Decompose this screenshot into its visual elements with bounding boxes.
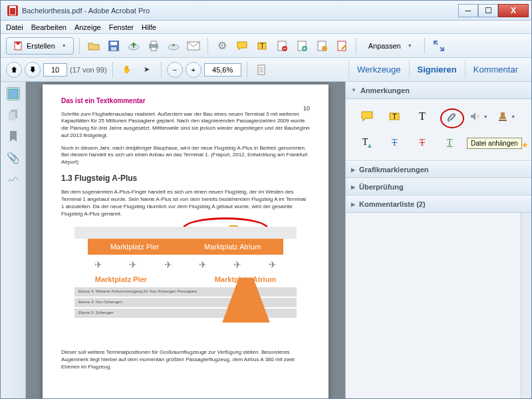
note-icon (361, 111, 373, 122)
stamp-button[interactable] (293, 37, 311, 55)
svg-text:T: T (260, 42, 265, 50)
hand-tool-button[interactable]: ✋ (118, 61, 136, 78)
pages-button[interactable] (7, 108, 20, 122)
folder-icon (88, 41, 100, 51)
fullscreen-button[interactable] (430, 37, 448, 55)
svg-rect-6 (151, 41, 156, 45)
svg-rect-26 (499, 120, 507, 121)
menu-window[interactable]: Fenster (109, 23, 134, 31)
annotations-header[interactable]: Anmerkungen (346, 82, 531, 99)
menubar: Datei Bearbeiten Anzeige Fenster Hilfe (1, 21, 531, 34)
highlight-button[interactable]: T (253, 37, 271, 55)
signatures-button[interactable] (7, 172, 20, 186)
airport-diagram: Marktplatz PierMarktplatz Atrium ✈✈✈✈✈✈ … (61, 227, 310, 340)
maximize-button[interactable]: ☐ (478, 4, 498, 17)
audio-tool[interactable] (469, 108, 488, 124)
scrollbar[interactable] (521, 213, 531, 399)
underline-tool[interactable]: T (440, 135, 459, 151)
insert-text-tool[interactable]: T▴ (358, 135, 376, 151)
page-tools-button[interactable] (313, 37, 331, 55)
page-thumb-icon (9, 89, 18, 98)
comments-panel: Anmerkungen T T T▴ T T T Datei anhängen … (345, 82, 531, 399)
scroll-icon (257, 65, 266, 75)
annotation-tools: T T T▴ T T T Datei anhängen ★ (346, 99, 531, 161)
favorite-star-icon[interactable]: ★ (521, 140, 529, 150)
separator (161, 62, 162, 78)
audio-icon (470, 112, 481, 121)
page-tool-icon (317, 41, 327, 51)
select-tool-button[interactable]: ➤ (138, 61, 156, 78)
tab-tools[interactable]: Werkzeuge (348, 61, 409, 78)
zoom-out-button[interactable]: − (167, 62, 183, 78)
close-button[interactable]: X (498, 4, 529, 17)
window-controls: ─ ☐ X (458, 4, 529, 17)
svg-rect-23 (9, 112, 15, 120)
section-label: Grafikmarkierungen (359, 166, 429, 174)
bookmarks-button[interactable] (7, 130, 20, 143)
edit-pdf-button[interactable] (333, 37, 350, 55)
envelope-icon (188, 42, 200, 50)
scroll-mode-button[interactable] (253, 61, 270, 78)
paperclip-icon: 📎 (7, 152, 20, 164)
attach-icon (446, 112, 458, 124)
section-label: Überprüfung (359, 183, 404, 191)
svg-text:T: T (392, 112, 397, 120)
thumbnails-button[interactable] (7, 87, 20, 100)
menu-edit[interactable]: Bearbeiten (31, 23, 66, 31)
review-section[interactable]: Überprüfung (346, 178, 531, 196)
gear-icon: ⚙ (217, 39, 227, 52)
svg-rect-2 (110, 42, 117, 45)
attachments-button[interactable]: 📎 (7, 151, 20, 164)
section-label: Kommentarliste (2) (359, 200, 426, 208)
highlight-icon: T (388, 112, 400, 121)
comment-bubble-button[interactable] (233, 37, 251, 55)
settings-button[interactable]: ⚙ (213, 37, 231, 55)
floppy-icon (108, 41, 119, 51)
highlight-tool[interactable]: T (385, 108, 404, 124)
strikethrough-tool[interactable]: T (413, 135, 432, 151)
create-icon (13, 41, 23, 51)
zoom-in-button[interactable]: + (186, 62, 201, 78)
expand-icon (434, 41, 444, 51)
email-button[interactable] (185, 37, 202, 55)
panel-empty (346, 213, 531, 399)
stamp-tool[interactable] (497, 108, 516, 124)
paragraph: Bei dem sogenannten A-Plus-Finger handel… (61, 189, 310, 217)
share-button[interactable] (165, 37, 182, 55)
text-tool[interactable]: T (413, 108, 432, 124)
comment-list-section[interactable]: Kommentarliste (2) (346, 196, 531, 213)
customize-button[interactable]: Anpassen (362, 37, 419, 55)
bookmark-icon (9, 131, 17, 142)
menu-help[interactable]: Hilfe (142, 23, 156, 31)
cloud-icon (128, 41, 140, 51)
tab-sign[interactable]: Signieren (409, 61, 465, 78)
next-page-button[interactable]: 🡇 (25, 62, 41, 78)
titlebar: Bachelorthesis.pdf - Adobe Acrobat Pro ─… (1, 1, 531, 21)
cloud-button[interactable] (125, 37, 142, 55)
open-button[interactable] (85, 37, 102, 55)
highlight-icon: T (257, 41, 267, 51)
tab-comment[interactable]: Kommentar (465, 61, 526, 78)
sticky-note-tool[interactable] (358, 108, 376, 124)
text-icon: T (419, 110, 426, 122)
primary-toolbar: Erstellen ⚙ T Anpassen (1, 34, 531, 58)
delete-page-button[interactable] (273, 37, 291, 55)
print-button[interactable] (145, 37, 162, 55)
zoom-input[interactable] (204, 63, 241, 76)
floor-4: Ebene 4: Weiterer Ankommensgang für Non-… (74, 287, 297, 297)
menu-file[interactable]: Datei (6, 23, 23, 31)
text-comment: Das ist ein Textkommentar (61, 96, 310, 106)
strikethrough-icon: T (420, 138, 426, 148)
signature-icon (8, 175, 19, 183)
svg-rect-21 (9, 89, 18, 98)
replace-text-tool[interactable]: T (385, 135, 404, 151)
create-button[interactable]: Erstellen (6, 37, 74, 55)
attach-file-tool[interactable] (440, 108, 464, 128)
menu-view[interactable]: Anzeige (74, 23, 101, 31)
prev-page-button[interactable]: 🡅 (6, 62, 22, 78)
save-button[interactable] (105, 37, 122, 55)
graphic-markings-section[interactable]: Grafikmarkierungen (346, 161, 531, 178)
minimize-button[interactable]: ─ (458, 4, 478, 17)
page-number-input[interactable] (43, 63, 67, 76)
document-viewport[interactable]: Das ist ein Textkommentar 10 Schritte zu… (26, 82, 345, 399)
